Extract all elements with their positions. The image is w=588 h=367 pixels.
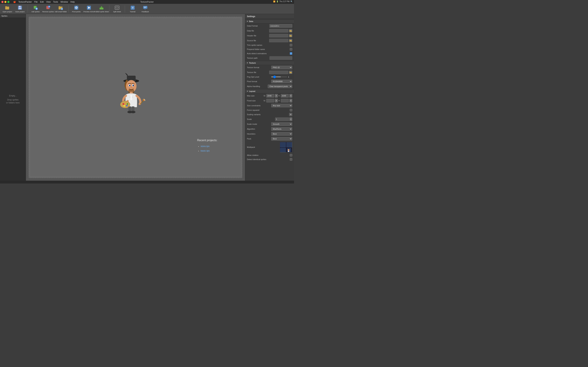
source-file-row: Source file — [245, 38, 294, 43]
heuristics-select[interactable]: Best — [271, 132, 292, 136]
open-project-button[interactable]: Open project — [1, 4, 13, 13]
size-constraints-select[interactable]: Any size — [271, 104, 292, 107]
allow-rotation-checkbox[interactable] — [290, 154, 292, 156]
svg-marker-34 — [144, 9, 145, 10]
sprites-content[interactable]: Empty... Drop sprites or folders here — [0, 18, 26, 181]
settings-panel: Settings ▼ Data Data Format Data file He… — [245, 14, 294, 181]
recent-project-link-1[interactable]: basic.tps — [200, 150, 209, 152]
toolbar: Open project Save project Add sprites — [0, 4, 294, 14]
open-project-label: Open project — [3, 11, 12, 13]
pixel-format-select[interactable]: RGBA8888 — [271, 80, 292, 83]
pixel-format-row: Pixel format RGBA8888 — [245, 79, 294, 84]
heuristics-label: Heuristics — [247, 133, 255, 135]
force-squared-checkbox[interactable] — [290, 109, 292, 111]
scale-input[interactable] — [275, 117, 289, 121]
scale-arrow[interactable]: ▼ — [289, 117, 292, 121]
source-file-folder-button[interactable] — [289, 39, 292, 42]
preview-anims-icon — [86, 5, 91, 10]
fixed-size-h-input[interactable] — [281, 99, 289, 102]
header-file-folder-button[interactable] — [289, 34, 292, 37]
menu-view[interactable]: View — [46, 1, 51, 3]
texture-file-controls — [269, 71, 292, 74]
pixel-format-label: Pixel format — [247, 80, 257, 83]
save-project-button[interactable]: Save project — [14, 4, 26, 13]
menu-file[interactable]: File — [34, 1, 38, 3]
algorithm-row: Algorithm MaxRects — [245, 126, 294, 131]
svg-rect-61 — [290, 30, 292, 32]
texture-section-arrow: ▼ — [247, 62, 248, 64]
data-section-header[interactable]: ▼ Data — [245, 19, 294, 23]
svg-rect-66 — [290, 40, 291, 40]
canvas-area[interactable]: Recent projects: sizes.tps basic.tps — [26, 14, 245, 181]
publish-sprite-sheet-button[interactable]: Publish sprite sheet — [95, 4, 107, 13]
list-item: sizes.tps — [200, 144, 217, 149]
scale-mode-select[interactable]: Smooth — [271, 122, 292, 126]
tutorial-button[interactable]: ? Tutorial — [127, 4, 138, 13]
max-size-w-arrow[interactable]: ▼ — [275, 94, 278, 98]
max-size-w-input[interactable] — [266, 94, 274, 98]
publish-sprite-sheet-icon — [99, 5, 104, 10]
search-icon[interactable]: 🔍 — [291, 0, 293, 2]
data-file-input[interactable] — [269, 29, 288, 33]
max-size-h-arrow[interactable]: ▼ — [289, 94, 292, 98]
pack-label: Pack — [247, 138, 251, 140]
detect-identical-checkbox[interactable] — [290, 158, 292, 161]
texture-format-select[interactable]: PNG-32 — [271, 66, 292, 69]
png-opt-level-slider-container: 1 — [271, 76, 292, 78]
add-sprites-button[interactable]: Add sprites — [30, 4, 42, 13]
add-smart-folder-button[interactable]: Add smart folder — [55, 4, 67, 13]
window-controls[interactable] — [1, 1, 9, 3]
texture-file-row: Texture file — [245, 70, 294, 75]
fixed-size-w-arrow[interactable]: ▼ — [275, 99, 278, 102]
fixed-size-w-input[interactable] — [266, 99, 274, 102]
svg-rect-47 — [130, 95, 132, 100]
menu-bar[interactable]: 🍎 TexturePacker File Edit View Tools Win… — [13, 1, 75, 3]
prepend-folder-name-checkbox[interactable] — [290, 48, 292, 50]
alpha-handling-select[interactable]: Clear transparent pixels — [268, 84, 292, 88]
layout-section-header[interactable]: ▼ Layout — [245, 89, 294, 93]
preview-anims-button[interactable]: Preview Anims — [83, 4, 95, 13]
allow-rotation-row: Allow rotation — [245, 153, 294, 157]
recent-project-link-0[interactable]: sizes.tps — [200, 145, 209, 148]
texture-format-row: Texture format PNG-32 — [245, 65, 294, 70]
prepend-folder-name-row: Prepend folder name — [245, 47, 294, 51]
algorithm-select[interactable]: MaxRects — [271, 127, 292, 131]
fixed-size-h-arrow[interactable]: ▼ — [289, 99, 292, 102]
scaling-variants-gear-button[interactable]: ⚙ — [289, 113, 292, 116]
max-size-h-input[interactable] — [281, 94, 289, 98]
texture-file-folder-button[interactable] — [289, 71, 292, 74]
texture-section-header[interactable]: ▼ Texture — [245, 61, 294, 65]
auto-detect-animations-checkbox[interactable] — [290, 52, 292, 55]
feedback-button[interactable]: Feedback — [139, 4, 151, 13]
remove-sprites-button[interactable]: Remove sprites — [42, 4, 54, 13]
apple-menu[interactable]: 🍎 — [13, 1, 16, 3]
pack-select[interactable]: Best — [271, 137, 292, 141]
split-sheet-button[interactable]: Split sheet — [111, 4, 123, 13]
menu-help[interactable]: Help — [70, 1, 75, 3]
pivot-points-button[interactable]: Pivot points — [70, 4, 82, 13]
png-opt-level-slider[interactable] — [271, 76, 287, 77]
data-format-row: Data Format — [245, 23, 294, 28]
main-layout: Sprites Empty... Drop sprites or folders… — [0, 14, 294, 181]
texture-path-label: Texture path — [247, 57, 258, 59]
texture-file-input[interactable] — [269, 71, 288, 74]
data-file-folder-button[interactable] — [289, 29, 292, 32]
svg-rect-33 — [143, 6, 147, 9]
scaling-variants-row: Scaling variants ⚙ — [245, 112, 294, 117]
menu-tools[interactable]: Tools — [53, 1, 58, 3]
minimize-button[interactable] — [4, 1, 7, 3]
texture-path-input[interactable] — [269, 56, 292, 60]
trim-sprite-names-checkbox[interactable] — [290, 44, 292, 46]
header-file-input[interactable] — [269, 34, 288, 37]
clock: Thu 2:27 PM — [279, 0, 289, 2]
maximize-button[interactable] — [7, 1, 9, 3]
scaling-variants-label: Scaling variants — [247, 113, 260, 116]
svg-point-53 — [123, 105, 125, 107]
close-button[interactable] — [1, 1, 3, 3]
texture-path-row: Texture path — [245, 56, 294, 60]
menu-edit[interactable]: Edit — [40, 1, 44, 3]
menu-window[interactable]: Window — [61, 1, 68, 3]
source-file-input[interactable] — [269, 39, 288, 42]
data-format-input[interactable] — [269, 24, 292, 28]
app-name-menu[interactable]: TexturePacker — [18, 1, 32, 3]
